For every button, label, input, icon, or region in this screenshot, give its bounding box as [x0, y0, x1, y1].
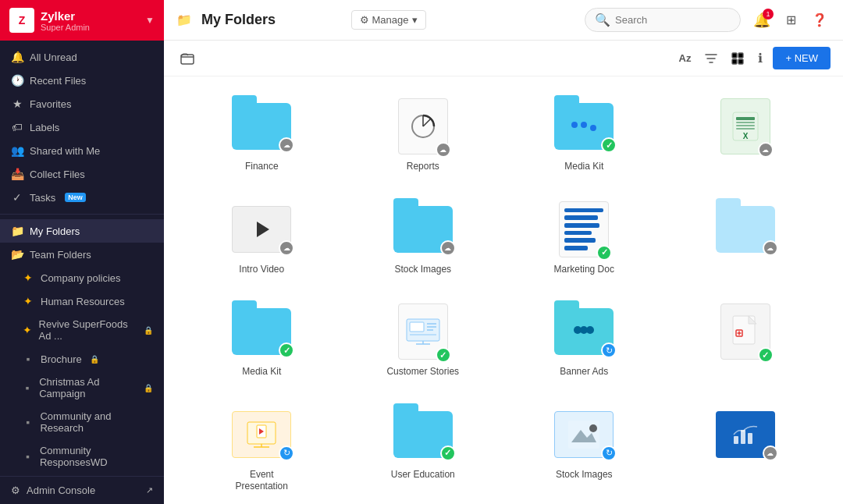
admin-console-link[interactable]: ⚙ Admin Console ↗	[0, 476, 164, 504]
manage-label: Manage	[372, 14, 409, 26]
file-thumb: ✓	[714, 303, 777, 360]
sidebar-toggle[interactable]: ▼	[145, 15, 155, 26]
cloud-status-icon: ☁	[763, 240, 778, 256]
file-thumb: ✓	[553, 98, 615, 154]
file-item-pdf[interactable]: ✓	[671, 297, 820, 385]
file-label: Event Presentation	[222, 469, 301, 493]
cloud-status-icon: ☁	[763, 445, 778, 461]
file-item-customer-stories[interactable]: ✓ Customer Stories	[349, 297, 498, 385]
sidebar-item-team-folders[interactable]: 📂 Team Folders	[0, 243, 164, 266]
check-status-icon: ✓	[436, 347, 451, 363]
notification-count: 1	[763, 9, 774, 20]
sidebar-nav: 🔔 All Unread 🕐 Recent Files ★ Favorites …	[0, 41, 164, 476]
check-status-icon: ✓	[601, 137, 617, 153]
sidebar-item-favorites[interactable]: ★ Favorites	[0, 92, 164, 115]
sidebar-item-tasks[interactable]: ✓ Tasks New	[0, 186, 164, 209]
sidebar-item-christmas-ad[interactable]: ▪ Christmas Ad Campaign 🔒	[0, 371, 164, 405]
toolbar: Az ℹ + NEW	[164, 41, 843, 76]
filter-icon[interactable]	[701, 48, 721, 69]
file-item-media-kit-top[interactable]: ✓ Media Kit	[510, 92, 659, 179]
svg-rect-14	[410, 322, 424, 332]
apps-grid-icon[interactable]: ⊞	[783, 9, 799, 30]
check-status-icon: ✓	[758, 347, 774, 363]
file-label: Marketing Doc	[554, 264, 614, 276]
manage-button[interactable]: ⚙ Manage ▾	[351, 10, 426, 30]
new-button[interactable]: + NEW	[773, 47, 831, 69]
sidebar-item-community-responses[interactable]: ▪ Community ResponsesWD	[0, 439, 164, 474]
sort-az-icon[interactable]: Az	[675, 48, 695, 68]
lock-icon: 🔒	[144, 326, 153, 335]
file-thumb: ↻	[230, 406, 293, 463]
tasks-icon: ✓	[11, 191, 23, 204]
sidebar-item-collect-files[interactable]: 📥 Collect Files	[0, 162, 164, 186]
file-grid: ☁ Finance ☁	[164, 76, 843, 504]
file-item-reports[interactable]: ☁ Reports	[349, 92, 498, 179]
shared-icon: 👥	[11, 144, 23, 157]
cloud-status-icon: ☁	[279, 137, 294, 153]
file-item-stock-images-top[interactable]: ☁ Stock Images	[349, 195, 498, 282]
sidebar-item-brochure[interactable]: ▪ Brochure 🔒	[0, 347, 164, 371]
sidebar-item-labels[interactable]: 🏷 Labels	[0, 115, 164, 139]
file-item-user-education[interactable]: ✓ User Education	[349, 400, 498, 499]
sidebar-item-company-guidelines[interactable]: ▪ Company Guidelines	[0, 474, 164, 476]
help-icon[interactable]: ❓	[809, 9, 831, 30]
sidebar-item-human-resources[interactable]: ✦ Human Resources	[0, 289, 164, 313]
file-thumb: ✓	[553, 201, 615, 257]
nav-label: Brochure	[41, 353, 82, 365]
check-status-icon: ✓	[596, 245, 612, 261]
file-item-stats[interactable]: ☁	[671, 400, 820, 499]
svg-marker-12	[257, 222, 269, 237]
file-item-intro-video[interactable]: ☁ Intro Video	[187, 195, 336, 282]
file-thumb: ☁	[392, 98, 454, 154]
svg-rect-36	[748, 433, 752, 444]
notifications-bell[interactable]: 🔔 1	[750, 9, 774, 32]
sync-status-icon: ↻	[601, 343, 617, 358]
view-toggle-icon[interactable]	[727, 48, 748, 69]
external-link-icon: ↗	[146, 485, 153, 495]
file-item-banner-ads[interactable]: ↻ Banner Ads	[510, 297, 659, 385]
sidebar-item-company-policies[interactable]: ✦ Company policies	[0, 266, 164, 289]
cloud-status-icon: ☁	[440, 240, 456, 256]
search-input[interactable]	[615, 14, 724, 26]
file-item-finance[interactable]: ☁ Finance	[187, 92, 336, 179]
sidebar-item-my-folders[interactable]: 📁 My Folders	[0, 219, 164, 243]
file-item-excel[interactable]: X ☁	[671, 92, 820, 179]
svg-rect-9	[736, 125, 755, 126]
search-bar[interactable]: 🔍	[585, 8, 741, 32]
search-icon: 🔍	[595, 12, 610, 27]
file-item-stock-images-2[interactable]: ↻ Stock Images	[510, 400, 659, 499]
topbar-folder-icon: 📁	[176, 12, 192, 27]
info-icon[interactable]: ℹ	[754, 47, 767, 69]
favorites-icon: ★	[11, 98, 23, 110]
nav-label: Labels	[30, 122, 59, 133]
nav-label: Human Resources	[41, 296, 125, 307]
sidebar-item-recent-files[interactable]: 🕐 Recent Files	[0, 69, 164, 92]
file-item-light-folder[interactable]: ☁	[671, 195, 820, 282]
brand-role: Super Admin	[41, 23, 139, 32]
file-label: Customer Stories	[386, 366, 459, 378]
brand-name: Zylker	[41, 9, 139, 23]
nav-label: Community and Research	[40, 410, 153, 434]
svg-rect-8	[736, 122, 755, 123]
file-thumb: ☁	[714, 201, 777, 257]
sidebar-item-all-unread[interactable]: 🔔 All Unread	[0, 45, 164, 69]
nav-label: Community ResponsesWD	[40, 445, 153, 468]
team-folders-icon: 📂	[11, 248, 23, 261]
nav-label: My Folders	[30, 225, 80, 237]
sidebar-item-shared-with-me[interactable]: 👥 Shared with Me	[0, 139, 164, 162]
sidebar: Z Zylker Super Admin ▼ 🔔 All Unread 🕐 Re…	[0, 0, 164, 504]
file-item-marketing-doc[interactable]: ✓ Marketing Doc	[510, 195, 659, 282]
sidebar-item-community-research[interactable]: ▪ Community and Research	[0, 405, 164, 439]
admin-console-label: Admin Console	[27, 484, 95, 496]
file-thumb: X ☁	[714, 98, 777, 154]
file-item-media-kit-bottom[interactable]: ✓ Media Kit	[187, 297, 336, 385]
sync-status-icon: ↻	[279, 445, 294, 461]
labels-icon: 🏷	[11, 121, 23, 133]
svg-text:X: X	[742, 132, 748, 140]
svg-rect-2	[738, 53, 743, 58]
file-item-event-presentation[interactable]: ↻ Event Presentation	[187, 400, 336, 499]
sidebar-header[interactable]: Z Zylker Super Admin ▼	[0, 0, 164, 41]
sidebar-item-revive-superfoods[interactable]: ✦ Revive SuperFoods Ad ... 🔒	[0, 313, 164, 347]
unread-icon: 🔔	[11, 51, 23, 63]
add-folder-icon[interactable]	[176, 48, 198, 69]
